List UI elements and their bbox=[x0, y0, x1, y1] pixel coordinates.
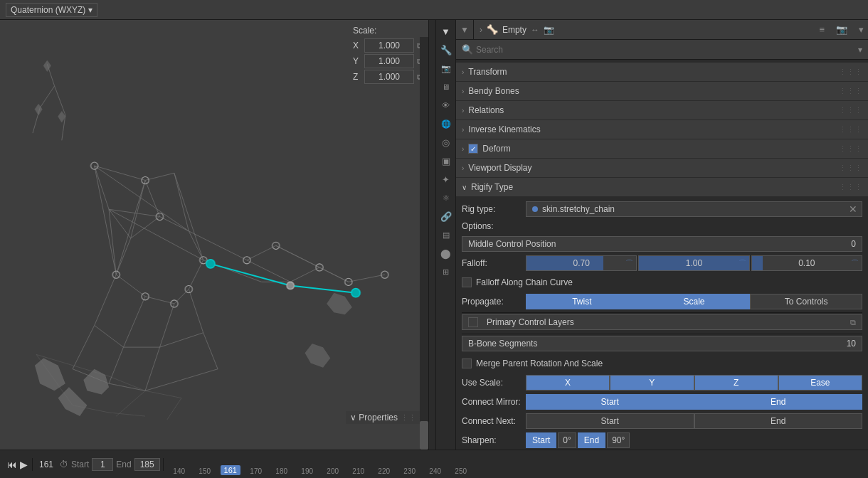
section-bendy-drag: ⋮⋮⋮ bbox=[839, 87, 862, 96]
sidebar-item-extra[interactable]: ⊞ bbox=[438, 263, 455, 280]
viewport[interactable]: Scale: X ⧉ Y ⧉ Z ⧉ ∨ Pr bbox=[0, 20, 428, 450]
middle-control-field[interactable]: Middle Control Position 0 bbox=[462, 236, 862, 252]
properties-toggle[interactable]: ∨ Properties ⋮⋮⋮ bbox=[346, 411, 428, 424]
scale-z-input[interactable] bbox=[364, 70, 414, 84]
use-scale-ease-btn[interactable]: Ease bbox=[778, 375, 862, 391]
section-relations[interactable]: › Relations ⋮⋮⋮ bbox=[456, 101, 868, 120]
sharpen-fields: Start 0° End 90° bbox=[526, 432, 862, 448]
section-ik-title: Inverse Kinematics bbox=[468, 124, 540, 134]
merge-rotation-checkbox[interactable] bbox=[462, 358, 472, 368]
panel-filter-icon[interactable]: ≡ bbox=[815, 24, 829, 35]
connect-mirror-label: Connect Mirror: bbox=[462, 397, 526, 407]
falloff-chain-checkbox[interactable] bbox=[462, 277, 472, 287]
section-ik[interactable]: › Inverse Kinematics ⋮⋮⋮ bbox=[456, 120, 868, 139]
svg-point-72 bbox=[206, 260, 215, 268]
section-transform[interactable]: › Transform ⋮⋮⋮ bbox=[456, 63, 868, 81]
section-viewport-display[interactable]: › Viewport Display ⋮⋮⋮ bbox=[456, 159, 868, 177]
end-frame-input[interactable] bbox=[134, 458, 160, 471]
sidebar-item-tool[interactable]: 🔧 bbox=[438, 41, 455, 58]
sharpen-end-btn[interactable]: End bbox=[578, 432, 605, 448]
scale-panel-title: Scale: bbox=[353, 26, 423, 36]
use-scale-x-btn[interactable]: X bbox=[526, 375, 610, 391]
deform-checkbox[interactable] bbox=[468, 144, 478, 154]
scale-y-input[interactable] bbox=[364, 54, 414, 68]
dropdown-arrow-icon: ▾ bbox=[88, 5, 92, 15]
section-transform-drag: ⋮⋮⋮ bbox=[839, 68, 862, 77]
search-filter-icon[interactable]: ▾ bbox=[858, 45, 862, 55]
separator-1 bbox=[462, 312, 862, 313]
sidebar-item-material[interactable]: ⬤ bbox=[438, 245, 455, 262]
sharpen-start-val[interactable]: 0° bbox=[558, 432, 576, 448]
propagate-row: Propagate: Twist Scale To Controls bbox=[462, 293, 862, 310]
sidebar-item-view[interactable]: 👁 bbox=[438, 97, 455, 114]
breadcrumb-arrow: › bbox=[480, 25, 482, 35]
connect-next-row: Connect Next: Start End bbox=[462, 413, 862, 430]
rig-type-text: skin.stretchy_chain bbox=[542, 204, 615, 214]
separator-2 bbox=[462, 334, 862, 334]
section-relations-drag: ⋮⋮⋮ bbox=[839, 106, 862, 115]
connect-mirror-end-btn[interactable]: End bbox=[694, 394, 863, 410]
middle-control-label: Middle Control Position bbox=[468, 239, 556, 249]
frame-tick-200: 200 bbox=[320, 467, 346, 475]
falloff-arc3-icon: ⌒ bbox=[851, 258, 859, 269]
sidebar-item-object[interactable]: ▣ bbox=[438, 152, 455, 169]
sidebar-item-particles[interactable]: ✦ bbox=[438, 171, 455, 188]
sidebar-item-scene[interactable]: 🌐 bbox=[438, 115, 455, 132]
scale-x-input[interactable] bbox=[364, 38, 414, 53]
sharpen-end-val[interactable]: 90° bbox=[607, 432, 630, 448]
connect-next-label: Connect Next: bbox=[462, 416, 526, 426]
sidebar-item-active[interactable]: ▼ bbox=[438, 23, 455, 40]
sharpen-start-btn[interactable]: Start bbox=[526, 432, 556, 448]
primary-layers-btn[interactable]: Primary Control Layers ⧉ bbox=[462, 314, 862, 330]
sidebar-item-render[interactable]: 📷 bbox=[438, 60, 455, 77]
sidebar-item-output[interactable]: 🖥 bbox=[438, 78, 455, 95]
sidebar-item-physics[interactable]: ⚛ bbox=[438, 189, 455, 206]
primary-layers-copy-icon[interactable]: ⧉ bbox=[850, 318, 856, 327]
frame-ruler[interactable]: 140 150 161 170 180 190 200 210 220 230 … bbox=[164, 450, 865, 478]
sidebar-item-world[interactable]: ◎ bbox=[438, 134, 455, 151]
use-scale-z-btn[interactable]: Z bbox=[694, 375, 778, 391]
bbone-row: B-Bone Segments 10 bbox=[462, 336, 862, 353]
frame-tick-210: 210 bbox=[346, 467, 371, 475]
section-rigify[interactable]: ∨ Rigify Type ⋮⋮⋮ bbox=[456, 178, 868, 196]
section-viewport-title: Viewport Display bbox=[468, 163, 531, 173]
viewport-scroll-thumb[interactable] bbox=[420, 421, 428, 450]
svg-point-73 bbox=[351, 289, 360, 297]
viewport-scrollbar[interactable] bbox=[420, 37, 428, 450]
rig-type-row: Rig type: skin.stretchy_chain ✕ bbox=[462, 201, 862, 217]
falloff-slider-3[interactable]: 0.10 ⌒ bbox=[751, 255, 862, 271]
section-deform[interactable]: › Deform ⋮⋮⋮ bbox=[456, 139, 868, 158]
start-frame-input[interactable] bbox=[92, 458, 113, 471]
falloff-slider-1[interactable]: 0.70 ⌒ bbox=[526, 255, 637, 271]
bbone-field[interactable]: B-Bone Segments 10 bbox=[462, 336, 862, 351]
panel-menu-icon[interactable]: ▾ bbox=[854, 24, 868, 35]
propagate-scale-btn[interactable]: Scale bbox=[638, 294, 751, 309]
rig-type-dot-icon bbox=[532, 206, 538, 212]
breadcrumb-icon2: ↔ bbox=[531, 25, 539, 35]
frame-tick-250: 250 bbox=[448, 467, 474, 475]
connect-mirror-start-btn[interactable]: Start bbox=[526, 394, 694, 410]
primary-layers-checkbox[interactable] bbox=[468, 317, 478, 327]
scale-x-row: X ⧉ bbox=[353, 38, 423, 53]
propagate-controls-btn[interactable]: To Controls bbox=[750, 294, 862, 309]
propagate-twist-btn[interactable]: Twist bbox=[526, 294, 638, 309]
use-scale-y-btn[interactable]: Y bbox=[610, 375, 694, 391]
rig-type-value-field[interactable]: skin.stretchy_chain ✕ bbox=[526, 201, 862, 217]
panel-pin-icon[interactable]: 📷 bbox=[832, 24, 852, 35]
panel-header-right: ≡ 📷 ▾ bbox=[815, 24, 868, 35]
rotation-mode-dropdown[interactable]: Quaternion (WXYZ) ▾ bbox=[6, 3, 97, 17]
connect-next-start-btn[interactable]: Start bbox=[526, 413, 694, 429]
options-label: Options: bbox=[462, 221, 862, 231]
falloff-slider-2[interactable]: 1.00 ⌒ bbox=[638, 255, 749, 271]
rig-type-close-icon[interactable]: ✕ bbox=[849, 203, 857, 215]
skip-to-start-btn[interactable]: ⏮ bbox=[7, 459, 17, 470]
search-input[interactable] bbox=[476, 45, 855, 55]
section-bendy-bones[interactable]: › Bendy Bones ⋮⋮⋮ bbox=[456, 82, 868, 100]
play-btn[interactable]: ▶ bbox=[20, 459, 28, 470]
sidebar-item-constraints[interactable]: 🔗 bbox=[438, 208, 455, 225]
merge-rotation-label: Merge Parent Rotation And Scale bbox=[476, 358, 603, 368]
sidebar-item-data[interactable]: ▤ bbox=[438, 226, 455, 243]
connect-next-end-btn[interactable]: End bbox=[694, 413, 863, 429]
falloff-chain-row: Falloff Along Chain Curve bbox=[462, 274, 862, 291]
frame-tick-140: 140 bbox=[166, 467, 192, 475]
